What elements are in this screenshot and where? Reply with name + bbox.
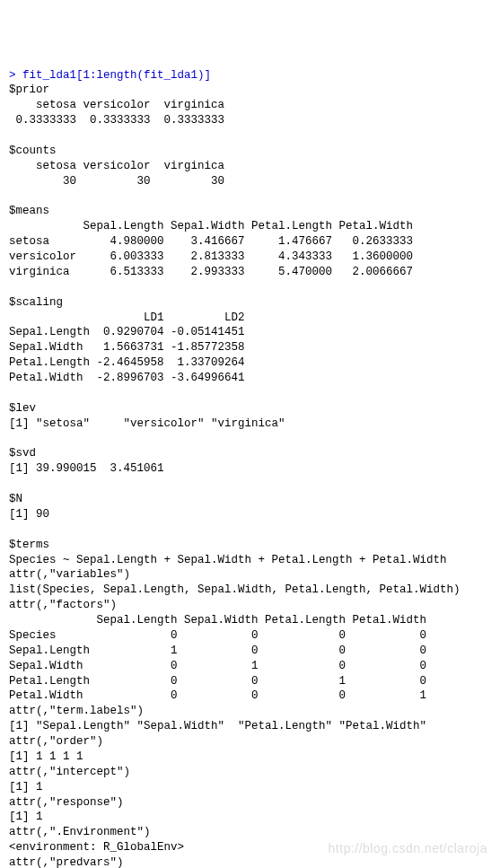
means-row-setosa: setosa 4.980000 3.416667 1.476667 0.2633… [9, 235, 413, 248]
terms-order-vals: [1] 1 1 1 1 [9, 750, 83, 763]
terms-attr-order: attr(,"order") [9, 735, 103, 748]
terms-attr-response: attr(,"response") [9, 796, 124, 809]
svd-header: $svd [9, 447, 36, 460]
terms-factors-row-sepal-length: Sepal.Length 1 0 0 0 [9, 644, 426, 657]
terms-factors-row-petal-length: Petal.Length 0 0 1 0 [9, 675, 426, 688]
means-row-virginica: virginica 6.513333 2.993333 5.470000 2.0… [9, 266, 413, 278]
n-vals: [1] 90 [9, 508, 49, 521]
terms-formula: Species ~ Sepal.Length + Sepal.Width + P… [9, 554, 447, 566]
terms-attr-termlabels: attr(,"term.labels") [9, 705, 144, 717]
scaling-row-sepal-width: Sepal.Width 1.5663731 -1.85772358 [9, 341, 245, 354]
lev-vals: [1] "setosa" "versicolor" "virginica" [9, 417, 285, 430]
terms-intercept-vals: [1] 1 [9, 781, 43, 793]
counts-cols: setosa versicolor virginica [9, 160, 224, 172]
r-command: > fit_lda1[1:length(fit_lda1)] [9, 69, 211, 82]
terms-header: $terms [9, 539, 49, 551]
terms-environment-vals: <environment: R_GlobalEnv> [9, 841, 184, 854]
terms-attr-variables: attr(,"variables") [9, 568, 130, 581]
terms-variables-list: list(Species, Sepal.Length, Sepal.Width,… [9, 583, 461, 596]
n-header: $N [9, 493, 22, 505]
terms-attr-intercept: attr(,"intercept") [9, 766, 130, 778]
prior-header: $prior [9, 83, 49, 96]
means-header: $means [9, 205, 49, 217]
scaling-row-petal-width: Petal.Width -2.8996703 -3.64996641 [9, 372, 245, 384]
terms-attr-environment: attr(,".Environment") [9, 826, 151, 838]
scaling-cols: LD1 LD2 [9, 311, 245, 324]
terms-factors-row-petal-width: Petal.Width 0 0 0 1 [9, 689, 426, 702]
svd-vals: [1] 39.990015 3.451061 [9, 462, 164, 475]
prior-vals: 0.3333333 0.3333333 0.3333333 [9, 114, 224, 127]
terms-factors-cols: Sepal.Length Sepal.Width Petal.Length Pe… [9, 614, 426, 627]
terms-response-vals: [1] 1 [9, 811, 43, 823]
counts-vals: 30 30 30 [9, 175, 224, 188]
terms-factors-row-species: Species 0 0 0 0 [9, 629, 426, 642]
scaling-row-sepal-length: Sepal.Length 0.9290704 -0.05141451 [9, 326, 245, 338]
scaling-row-petal-length: Petal.Length -2.4645958 1.33709264 [9, 356, 245, 369]
lev-header: $lev [9, 402, 36, 415]
means-cols: Sepal.Length Sepal.Width Petal.Length Pe… [9, 220, 413, 232]
terms-attr-predvars: attr(,"predvars") [9, 856, 124, 868]
watermark-text: http://blog.csdn.net/claroja [329, 840, 487, 857]
counts-header: $counts [9, 145, 57, 157]
means-row-versicolor: versicolor 6.003333 2.813333 4.343333 1.… [9, 250, 413, 263]
prior-cols: setosa versicolor virginica [9, 99, 224, 111]
terms-termlabels-vals: [1] "Sepal.Length" "Sepal.Width" "Petal.… [9, 720, 426, 732]
terms-factors-row-sepal-width: Sepal.Width 0 1 0 0 [9, 660, 426, 672]
scaling-header: $scaling [9, 296, 63, 309]
terms-attr-factors: attr(,"factors") [9, 599, 117, 611]
